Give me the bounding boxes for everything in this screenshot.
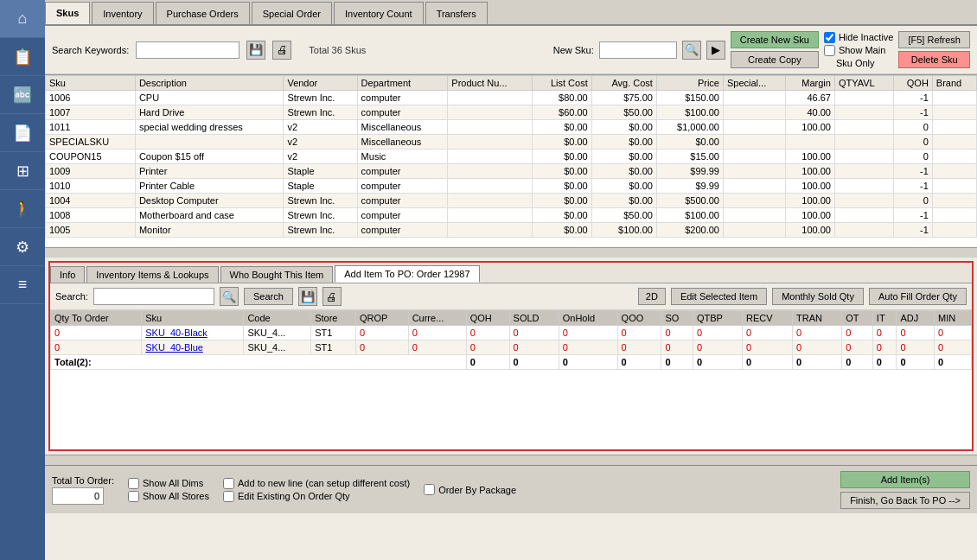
show-all-dims-checkbox[interactable] <box>128 478 139 489</box>
delete-sku-button[interactable]: Delete Sku <box>898 51 970 68</box>
sidebar-menu-btn[interactable]: ≡ <box>0 266 45 304</box>
show-all-dims-label: Show All Dims <box>143 478 203 488</box>
sku-search-icon[interactable]: 🔍 <box>682 41 701 60</box>
order-cell-it: 0 <box>872 340 897 355</box>
cell-avgcost: $75.00 <box>591 91 656 105</box>
save-icon[interactable]: 💾 <box>246 41 265 60</box>
total-it: 0 <box>872 355 897 370</box>
tab-purchase-orders[interactable]: Purchase Orders <box>156 2 250 24</box>
table-row[interactable]: 1011 special wedding dresses v2 Miscella… <box>46 120 977 135</box>
tab-inventory-count[interactable]: Inventory Count <box>334 2 424 24</box>
tab-skus[interactable]: Skus <box>45 2 90 24</box>
bottom-search-button[interactable]: Search <box>244 288 293 305</box>
cell-sku: 1004 <box>46 194 136 208</box>
bottom-tab-add-item[interactable]: Add Item To PO: Order 12987 <box>335 265 479 283</box>
cell-brand <box>932 135 976 150</box>
cell-brand <box>932 179 976 194</box>
order-total-row: Total(2): 0 0 0 0 0 0 0 0 0 0 0 0 <box>51 355 972 370</box>
total-qoo: 0 <box>617 355 661 370</box>
bottom-tab-inventory-items[interactable]: Inventory Items & Lookups <box>86 266 218 283</box>
order-col-qrop: QROP <box>355 311 408 326</box>
bottom-tab-info[interactable]: Info <box>50 266 85 283</box>
add-new-line-checkbox[interactable] <box>223 478 234 489</box>
bottom-tab-who-bought[interactable]: Who Bought This Item <box>220 266 334 283</box>
main-content: Skus Inventory Purchase Orders Special O… <box>45 0 977 560</box>
sidebar-doc-btn[interactable]: 📄 <box>0 114 45 152</box>
table-row[interactable]: SPECIALSKU v2 Miscellaneous $0.00 $0.00 … <box>46 135 977 150</box>
sku-scrollbar[interactable] <box>45 247 977 258</box>
sidebar-settings-btn[interactable]: ⚙ <box>0 228 45 266</box>
show-main-checkbox[interactable] <box>824 45 835 56</box>
cell-avgcost: $0.00 <box>591 120 656 135</box>
order-table-row[interactable]: 0 SKU_40-Black SKU_4... ST1 0 0 0 0 0 0 … <box>51 326 972 340</box>
col-header-special: Special... <box>723 76 785 91</box>
bottom-search-icon-btn[interactable]: 🔍 <box>220 287 239 306</box>
cell-prodnum <box>448 150 532 164</box>
order-col-it: IT <box>872 311 897 326</box>
create-new-sku-button[interactable]: Create New Sku <box>731 31 819 48</box>
order-cell-onhold: 0 <box>559 326 617 340</box>
sidebar-text-btn[interactable]: 🔤 <box>0 76 45 114</box>
cell-desc: special wedding dresses <box>135 120 283 135</box>
add-items-button[interactable]: Add Item(s) <box>840 471 970 488</box>
cell-sku: 1005 <box>46 223 136 238</box>
auto-fill-order-qty-button[interactable]: Auto Fill Order Qty <box>869 288 967 305</box>
edit-existing-checkbox[interactable] <box>223 491 234 502</box>
cell-avgcost: $0.00 <box>591 164 656 179</box>
sidebar-home-btn[interactable]: ⌂ <box>0 0 45 38</box>
bottom-save-icon[interactable]: 💾 <box>298 287 317 306</box>
table-row[interactable]: 1010 Printer Cable Staple computer $0.00… <box>46 179 977 194</box>
sidebar-person-btn[interactable]: 🚶 <box>0 190 45 228</box>
cell-price: $100.00 <box>656 105 723 120</box>
table-row[interactable]: 1006 CPU Strewn Inc. computer $80.00 $75… <box>46 91 977 105</box>
cell-sku: 1008 <box>46 208 136 223</box>
cell-qoh: -1 <box>893 223 932 238</box>
order-table-row[interactable]: 0 SKU_40-Blue SKU_4... ST1 0 0 0 0 0 0 0… <box>51 340 972 355</box>
table-row[interactable]: 1007 Hard Drive Strewn Inc. computer $60… <box>46 105 977 120</box>
refresh-button[interactable]: [F5] Refresh <box>898 31 970 48</box>
table-row[interactable]: 1005 Monitor Strewn Inc. computer $0.00 … <box>46 223 977 238</box>
total-to-order-input[interactable] <box>52 487 104 505</box>
sidebar-clipboard-btn[interactable]: 📋 <box>0 38 45 76</box>
bottom-scrollbar[interactable] <box>45 455 977 465</box>
btn-2d[interactable]: 2D <box>638 288 666 305</box>
show-all-stores-checkbox[interactable] <box>128 491 139 502</box>
cell-sku: SPECIALSKU <box>46 135 136 150</box>
cell-prodnum <box>448 120 532 135</box>
cell-listcost: $0.00 <box>532 194 591 208</box>
total-sold: 0 <box>509 355 559 370</box>
cell-qtyavl <box>834 120 893 135</box>
create-copy-button[interactable]: Create Copy <box>731 51 819 68</box>
cell-vendor: Strewn Inc. <box>284 105 357 120</box>
cell-sku: 1007 <box>46 105 136 120</box>
table-row[interactable]: 1004 Desktop Computer Strewn Inc. comput… <box>46 194 977 208</box>
hide-inactive-checkbox[interactable] <box>824 32 835 43</box>
sidebar-grid-btn[interactable]: ⊞ <box>0 152 45 190</box>
monthly-sold-qty-button[interactable]: Monthly Sold Qty <box>772 288 864 305</box>
tab-transfers[interactable]: Transfers <box>425 2 488 24</box>
bottom-search-input[interactable] <box>93 288 214 305</box>
sku-table-container: Sku Description Vendor Department Produc… <box>45 74 977 247</box>
cell-dept: Miscellaneous <box>357 120 448 135</box>
order-cell-min: 0 <box>935 340 972 355</box>
table-row[interactable]: 1009 Printer Staple computer $0.00 $0.00… <box>46 164 977 179</box>
search-keywords-input[interactable] <box>136 41 239 59</box>
tab-special-order[interactable]: Special Order <box>252 2 332 24</box>
table-row[interactable]: COUPON15 Coupon $15 off v2 Music $0.00 $… <box>46 150 977 164</box>
print-icon[interactable]: 🖨 <box>272 41 291 60</box>
cell-price: $200.00 <box>656 223 723 238</box>
tab-inventory[interactable]: Inventory <box>92 2 153 24</box>
new-sku-input[interactable] <box>599 41 677 59</box>
cell-desc: Motherboard and case <box>135 208 283 223</box>
cell-dept: computer <box>357 208 448 223</box>
total-qoh: 0 <box>466 355 509 370</box>
bottom-print-icon[interactable]: 🖨 <box>322 287 342 306</box>
cell-vendor: Strewn Inc. <box>284 223 357 238</box>
finish-button[interactable]: Finish, Go Back To PO --> <box>840 492 970 509</box>
sku-nav-icon[interactable]: ▶ <box>706 41 725 60</box>
cell-vendor: v2 <box>284 150 357 164</box>
order-by-pkg-checkbox[interactable] <box>424 484 435 495</box>
cell-prodnum <box>448 105 532 120</box>
table-row[interactable]: 1008 Motherboard and case Strewn Inc. co… <box>46 208 977 223</box>
edit-selected-item-button[interactable]: Edit Selected Item <box>671 288 767 305</box>
